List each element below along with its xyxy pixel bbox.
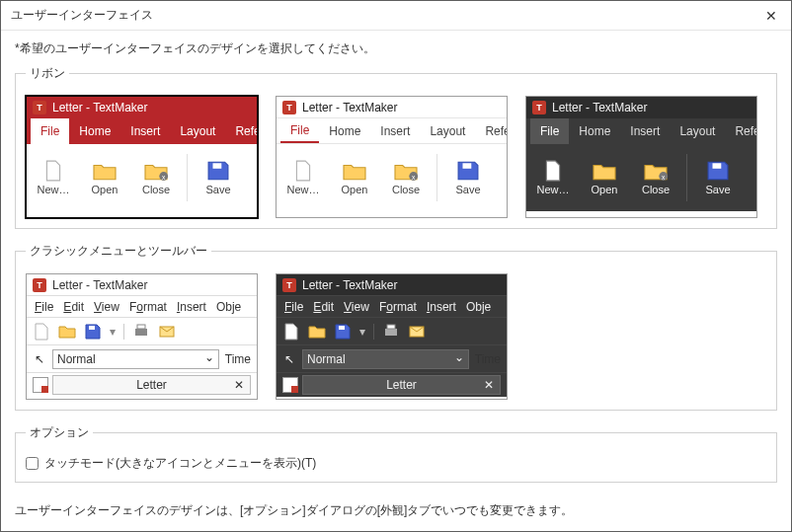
menu-insert: Insert bbox=[177, 300, 206, 314]
doc-tab-icon bbox=[282, 377, 298, 393]
document-icon bbox=[289, 160, 317, 182]
touch-mode-label: タッチモード(大きなアイコンとメニューを表示)(T) bbox=[44, 455, 316, 472]
svg-rect-11 bbox=[137, 325, 145, 329]
save-icon bbox=[704, 160, 732, 182]
folder-open-icon bbox=[91, 160, 119, 182]
document-icon bbox=[539, 160, 567, 182]
touch-mode-row[interactable]: タッチモード(大きなアイコンとメニューを表示)(T) bbox=[26, 455, 766, 472]
svg-rect-5 bbox=[463, 163, 472, 169]
toolbar: ▾ bbox=[277, 318, 507, 345]
save-icon bbox=[334, 323, 352, 341]
dialog-title: ユーザーインターフェイス bbox=[11, 7, 752, 24]
doc-tab-icon bbox=[33, 377, 48, 393]
menu-format: Format bbox=[379, 300, 417, 314]
separator bbox=[686, 154, 687, 201]
menu-edit: Edit bbox=[313, 300, 334, 314]
menu-view: View bbox=[94, 300, 119, 314]
doc-tab: Letter✕ bbox=[302, 375, 501, 395]
folder-open-icon bbox=[591, 160, 618, 182]
side-label: Time bbox=[475, 352, 501, 366]
tab-insert: Insert bbox=[370, 118, 420, 143]
svg-rect-9 bbox=[89, 326, 95, 330]
rb-new: New… bbox=[282, 160, 324, 195]
tab-file: File bbox=[280, 118, 319, 143]
style-select: Normal bbox=[52, 349, 219, 369]
separator bbox=[187, 154, 188, 201]
doc-tabbar: Letter✕ bbox=[277, 373, 507, 397]
preview-title: Letter - TextMaker bbox=[52, 278, 147, 292]
classic-option-dark[interactable]: T Letter - TextMaker File Edit View Form… bbox=[276, 273, 508, 400]
toolbar: ▾ bbox=[27, 318, 257, 345]
folder-open-icon bbox=[341, 160, 368, 182]
rb-new: New… bbox=[532, 160, 574, 195]
preview-title: Letter - TextMaker bbox=[552, 101, 647, 114]
ribbon-option-red[interactable]: T Letter - TextMaker File Home Insert La… bbox=[26, 96, 258, 218]
save-icon bbox=[204, 160, 232, 182]
group-options-legend: オプション bbox=[26, 424, 93, 441]
svg-rect-14 bbox=[385, 329, 397, 336]
preview-title: Letter - TextMaker bbox=[52, 101, 147, 114]
rb-new: New… bbox=[33, 160, 74, 195]
separator bbox=[123, 324, 124, 340]
tab-refe: Refe bbox=[225, 118, 258, 144]
preview-title: Letter - TextMaker bbox=[302, 101, 397, 114]
separator bbox=[373, 324, 374, 340]
menu-file: File bbox=[35, 300, 53, 314]
folder-close-icon: x bbox=[642, 160, 670, 182]
rb-close: x Close bbox=[385, 160, 427, 195]
group-classic-legend: クラシックメニューとツールバー bbox=[26, 243, 211, 260]
style-select: Normal bbox=[302, 349, 469, 369]
menu-format: Format bbox=[129, 300, 167, 314]
menu-file: File bbox=[284, 300, 303, 314]
separator bbox=[436, 154, 437, 201]
tab-home: Home bbox=[69, 118, 120, 144]
group-ribbon-legend: リボン bbox=[26, 65, 69, 82]
dropdown-icon: ▾ bbox=[359, 325, 365, 339]
rb-open: Open bbox=[584, 160, 625, 195]
document-icon bbox=[282, 323, 300, 341]
folder-close-icon: x bbox=[392, 160, 420, 182]
folder-close-icon: x bbox=[142, 160, 170, 182]
print-icon bbox=[132, 323, 150, 341]
tab-insert: Insert bbox=[120, 118, 170, 144]
menu-view: View bbox=[344, 300, 369, 314]
tab-layout: Layout bbox=[670, 118, 725, 144]
classic-option-light[interactable]: T Letter - TextMaker File Edit View Form… bbox=[26, 273, 258, 400]
document-icon bbox=[40, 160, 67, 182]
group-options: オプション タッチモード(大きなアイコンとメニューを表示)(T) bbox=[15, 424, 777, 483]
svg-rect-8 bbox=[713, 163, 722, 169]
rb-save: Save bbox=[697, 160, 739, 195]
svg-rect-2 bbox=[213, 163, 222, 169]
menu-insert: Insert bbox=[427, 300, 456, 314]
prompt-text: *希望のユーザーインターフェイスのデザインを選択してください。 bbox=[15, 40, 777, 57]
folder-open-icon bbox=[58, 323, 76, 341]
app-logo-icon: T bbox=[33, 278, 46, 292]
menu-bar: File Edit View Format Insert Obje bbox=[277, 296, 507, 318]
tab-file: File bbox=[530, 118, 569, 144]
ribbon-thumbnails: T Letter - TextMaker File Home Insert La… bbox=[26, 96, 766, 218]
app-logo-icon: T bbox=[282, 278, 296, 292]
format-bar: ↖ Normal Time bbox=[27, 345, 257, 373]
ribbon-option-dark[interactable]: T Letter - TextMaker File Home Insert La… bbox=[525, 96, 757, 218]
group-classic: クラシックメニューとツールバー T Letter - TextMaker Fil… bbox=[15, 243, 777, 411]
menu-obje: Obje bbox=[466, 300, 491, 314]
rb-save: Save bbox=[198, 160, 239, 195]
tab-layout: Layout bbox=[170, 118, 225, 144]
document-icon bbox=[33, 323, 50, 341]
tab-layout: Layout bbox=[420, 118, 475, 143]
tab-file: File bbox=[31, 118, 69, 144]
app-logo-icon: T bbox=[33, 101, 46, 114]
info-text: ユーザーインターフェイスのデザインは、[オプション]ダイアログの[外観]タブでい… bbox=[15, 502, 777, 519]
ribbon-option-light[interactable]: T Letter - TextMaker File Home Insert La… bbox=[276, 96, 508, 218]
save-icon bbox=[454, 160, 482, 182]
doc-tabbar: Letter✕ bbox=[27, 373, 257, 397]
menu-obje: Obje bbox=[216, 300, 241, 314]
format-bar: ↖ Normal Time bbox=[277, 345, 507, 373]
svg-rect-15 bbox=[387, 325, 395, 329]
tab-home: Home bbox=[569, 118, 620, 144]
touch-mode-checkbox[interactable] bbox=[26, 457, 39, 470]
close-icon[interactable]: ✕ bbox=[752, 1, 791, 31]
dialog-window: ユーザーインターフェイス ✕ *希望のユーザーインターフェイスのデザインを選択し… bbox=[0, 0, 792, 532]
titlebar: ユーザーインターフェイス ✕ bbox=[1, 1, 791, 31]
classic-thumbnails: T Letter - TextMaker File Edit View Form… bbox=[26, 273, 766, 400]
